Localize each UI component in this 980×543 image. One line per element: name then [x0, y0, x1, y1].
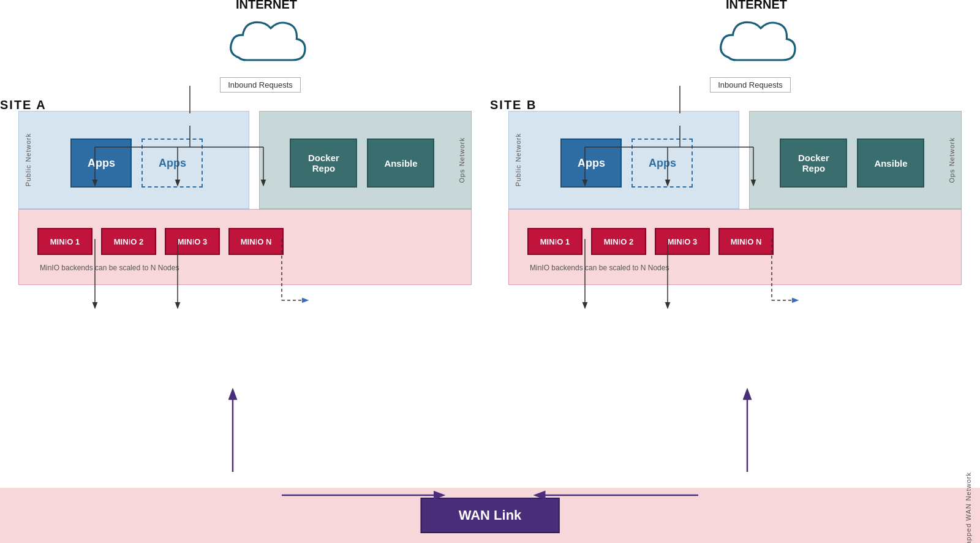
public-network-b: Public Network Apps Apps — [508, 111, 739, 209]
inbound-label-b: Inbound Requests — [718, 80, 783, 89]
ops-network-b: DockerRepo Ansible Ops Network — [749, 111, 962, 209]
app-box-dashed-a: Apps — [141, 139, 203, 188]
minio-section-b: MINIO 1 MINIO 2 MINIO 3 MINIO N MinIO ba… — [508, 209, 962, 285]
minio-3-a: MINIO 3 — [165, 228, 220, 255]
minio-2-b: MINIO 2 — [591, 228, 646, 255]
site-a-networks: Public Network Apps Apps DockerRepo Ansi… — [18, 111, 472, 209]
minio-2-a: MINIO 2 — [101, 228, 156, 255]
minio-1-b: MINIO 1 — [527, 228, 582, 255]
minio-n-a: MINIO N — [228, 228, 284, 255]
diagram-outer: SITE A INTERNET Inbound Requests — [0, 0, 980, 543]
app-box-solid-b: Apps — [560, 139, 622, 188]
minio-row-b: MINIO 1 MINIO 2 MINIO 3 MINIO N — [527, 228, 949, 255]
wan-link-box: WAN Link — [421, 498, 560, 533]
public-network-label-b: Public Network — [511, 112, 525, 208]
site-a-top: INTERNET Inbound Requests — [18, 12, 472, 111]
public-network-a: Public Network Apps Apps — [18, 111, 249, 209]
ansible-a: Ansible — [367, 139, 434, 188]
public-network-label-a: Public Network — [21, 112, 35, 208]
airgapped-label: Airgapped WAN Network — [962, 488, 975, 543]
minio-row-a: MINIO 1 MINIO 2 MINIO 3 MINIO N — [37, 228, 459, 255]
minio-1-a: MINIO 1 — [37, 228, 92, 255]
ops-network-a: DockerRepo Ansible Ops Network — [259, 111, 472, 209]
minio-3-b: MINIO 3 — [655, 228, 710, 255]
site-b-networks: Public Network Apps Apps DockerRepo Ansi… — [508, 111, 962, 209]
cloud-icon-a — [214, 12, 312, 74]
cloud-icon-b — [704, 12, 802, 74]
inbound-box-b: Inbound Requests — [710, 77, 791, 93]
docker-repo-a: DockerRepo — [290, 139, 357, 188]
minio-note-b: MinIO backends can be scaled to N Nodes — [530, 264, 949, 272]
internet-label-b: INTERNET — [710, 0, 802, 12]
ops-network-label-b: Ops Network — [945, 112, 959, 208]
site-b-wrapper: SITE B INTERNET Inbound Requests — [490, 0, 980, 488]
app-box-dashed-b: Apps — [631, 139, 693, 188]
minio-n-b: MINIO N — [718, 228, 774, 255]
minio-note-a: MinIO backends can be scaled to N Nodes — [40, 264, 459, 272]
site-a-wrapper: SITE A INTERNET Inbound Requests — [0, 0, 490, 488]
sites-row: SITE A INTERNET Inbound Requests — [0, 0, 980, 488]
inbound-box-a: Inbound Requests — [220, 77, 301, 93]
wan-row: WAN Link Airgapped WAN Network — [0, 488, 980, 543]
minio-section-a: MINIO 1 MINIO 2 MINIO 3 MINIO N MinIO ba… — [18, 209, 472, 285]
app-box-solid-a: Apps — [70, 139, 132, 188]
internet-label-a: INTERNET — [221, 0, 312, 12]
inbound-label-a: Inbound Requests — [228, 80, 293, 89]
site-b-top: INTERNET Inbound Requests — [508, 12, 962, 111]
ops-network-label-a: Ops Network — [455, 112, 469, 208]
ansible-b: Ansible — [857, 139, 924, 188]
docker-repo-b: DockerRepo — [780, 139, 847, 188]
